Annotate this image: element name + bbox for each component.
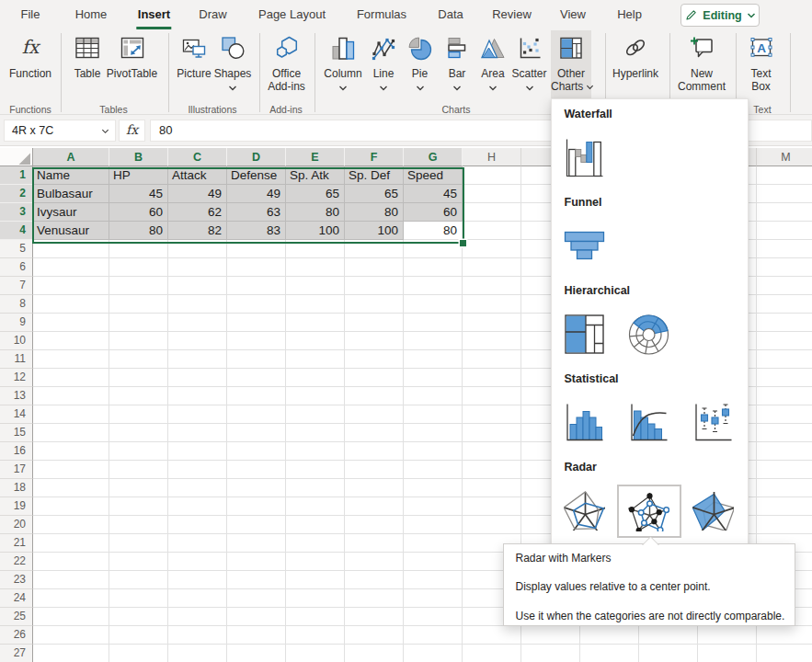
cell-M19[interactable] [757, 497, 812, 516]
cell-C3[interactable]: 62 [168, 203, 227, 222]
cell-C20[interactable] [168, 516, 227, 534]
cell-I26[interactable] [521, 626, 580, 645]
row-header-27[interactable]: 27 [0, 645, 33, 662]
cell-M18[interactable] [757, 479, 812, 497]
cell-F18[interactable] [345, 479, 404, 497]
cell-D6[interactable] [227, 258, 286, 277]
cell-D14[interactable] [227, 405, 286, 424]
cell-C9[interactable] [168, 314, 227, 332]
cell-B26[interactable] [109, 626, 168, 645]
tab-help[interactable]: Help [617, 0, 642, 29]
cell-A26[interactable] [33, 626, 109, 645]
row-header-18[interactable]: 18 [0, 479, 33, 497]
cell-E25[interactable] [286, 608, 345, 626]
cell-H19[interactable] [463, 497, 521, 516]
cell-E24[interactable] [286, 589, 345, 608]
cell-A19[interactable] [33, 497, 109, 516]
cell-E8[interactable] [286, 295, 345, 314]
row-header-24[interactable]: 24 [0, 589, 33, 608]
cell-J26[interactable] [580, 626, 639, 645]
cell-C24[interactable] [168, 589, 227, 608]
cell-D20[interactable] [227, 516, 286, 534]
column-header-G[interactable]: G [404, 148, 463, 166]
cell-C7[interactable] [168, 277, 227, 295]
menu-item-radar-chart[interactable] [564, 489, 605, 531]
cell-H8[interactable] [463, 295, 521, 314]
cell-G26[interactable] [404, 626, 463, 645]
row-header-4[interactable]: 4 [0, 222, 33, 240]
cell-A24[interactable] [33, 589, 109, 608]
cell-M15[interactable] [757, 424, 812, 442]
row-header-23[interactable]: 23 [0, 571, 33, 589]
tab-formulas[interactable]: Formulas [357, 0, 406, 29]
cell-H17[interactable] [463, 461, 521, 479]
name-box[interactable]: 4R x 7C [4, 120, 116, 142]
cell-G23[interactable] [404, 571, 463, 589]
tab-view[interactable]: View [560, 0, 586, 29]
cell-D24[interactable] [227, 589, 286, 608]
cell-G9[interactable] [404, 314, 463, 332]
cell-D17[interactable] [227, 461, 286, 479]
scatter-chart-button[interactable]: Scatter [508, 31, 551, 112]
editing-mode-button[interactable]: Editing [680, 4, 760, 27]
cell-G20[interactable] [404, 516, 463, 534]
cell-M1[interactable] [757, 166, 812, 185]
cell-F27[interactable] [345, 645, 404, 662]
cell-D21[interactable] [227, 534, 286, 553]
office-addins-button[interactable]: Office Add-ins [258, 31, 315, 112]
cell-M27[interactable] [757, 645, 812, 662]
cell-A25[interactable] [33, 608, 109, 626]
cell-G2[interactable]: 45 [404, 185, 463, 203]
cell-C4[interactable]: 82 [168, 222, 227, 240]
cell-G4[interactable]: 80 [404, 222, 463, 240]
cell-A1[interactable]: Name [33, 166, 109, 185]
row-header-19[interactable]: 19 [0, 497, 33, 516]
cell-F16[interactable] [345, 442, 404, 461]
line-chart-button[interactable]: Line [365, 31, 402, 112]
row-header-17[interactable]: 17 [0, 461, 33, 479]
cell-I27[interactable] [521, 645, 580, 662]
cell-M12[interactable] [757, 369, 812, 387]
cell-G10[interactable] [404, 332, 463, 350]
cell-C13[interactable] [168, 387, 227, 405]
cell-B14[interactable] [109, 405, 168, 424]
cell-B8[interactable] [109, 295, 168, 314]
cell-K27[interactable] [639, 645, 698, 662]
cell-B19[interactable] [109, 497, 168, 516]
cell-A21[interactable] [33, 534, 109, 553]
cell-F9[interactable] [345, 314, 404, 332]
tab-data[interactable]: Data [438, 0, 463, 29]
cell-E3[interactable]: 80 [286, 203, 345, 222]
cell-C26[interactable] [168, 626, 227, 645]
cell-E19[interactable] [286, 497, 345, 516]
cell-A20[interactable] [33, 516, 109, 534]
cell-A7[interactable] [33, 277, 109, 295]
cell-F7[interactable] [345, 277, 404, 295]
cell-M3[interactable] [757, 203, 812, 222]
pivottable-button[interactable]: PivotTable [97, 31, 166, 112]
cell-A15[interactable] [33, 424, 109, 442]
cell-G6[interactable] [404, 258, 463, 277]
cell-D23[interactable] [227, 571, 286, 589]
cell-G11[interactable] [404, 350, 463, 369]
column-header-C[interactable]: C [168, 148, 227, 166]
menu-item-radar-with-markers-chart[interactable] [628, 490, 669, 531]
cell-B18[interactable] [109, 479, 168, 497]
cell-F24[interactable] [345, 589, 404, 608]
cell-C12[interactable] [168, 369, 227, 387]
cell-A12[interactable] [33, 369, 109, 387]
cell-F25[interactable] [345, 608, 404, 626]
cell-M10[interactable] [757, 332, 812, 350]
cell-M17[interactable] [757, 461, 812, 479]
cell-B2[interactable]: 45 [109, 185, 168, 203]
cell-E27[interactable] [286, 645, 345, 662]
cell-A10[interactable] [33, 332, 109, 350]
row-header-21[interactable]: 21 [0, 534, 33, 553]
cell-E2[interactable]: 65 [286, 185, 345, 203]
cell-C5[interactable] [168, 240, 227, 258]
cell-F10[interactable] [345, 332, 404, 350]
cell-A23[interactable] [33, 571, 109, 589]
cell-B21[interactable] [109, 534, 168, 553]
cell-E18[interactable] [286, 479, 345, 497]
cell-F13[interactable] [345, 387, 404, 405]
